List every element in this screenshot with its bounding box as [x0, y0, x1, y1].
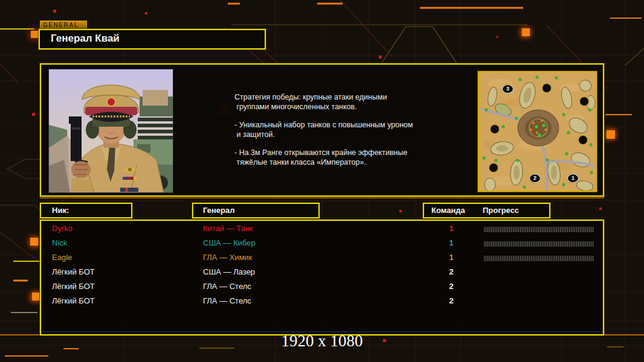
table-row: Eagle ГЛА — Химик 1 [41, 250, 603, 265]
accent-square [31, 31, 38, 38]
player-team: 2 [440, 267, 463, 276]
minimap-terrain [479, 72, 596, 191]
start-position-marker: 1 [567, 174, 579, 183]
header-team-label: Команда [431, 206, 465, 215]
player-nick: Nick [52, 238, 67, 247]
table-row: Лёгкий БОТ ГЛА — Стелс 2 [41, 294, 603, 308]
player-team: 1 [440, 253, 463, 262]
header-nick-label: Ник: [52, 206, 69, 215]
table-row: Nick США — Кибер 1 [41, 236, 603, 250]
player-general: США — Лазер [203, 267, 255, 276]
player-team: 2 [440, 296, 463, 305]
header-progress-label: Прогресс [483, 206, 519, 215]
general-info-panel: Стратегия победы: крупные атаки едиными … [40, 63, 604, 197]
strategy-description: Стратегия победы: крупные атаки едиными … [234, 92, 443, 167]
minimap: 3 2 1 [478, 71, 597, 192]
player-nick: Dyrko [52, 224, 72, 233]
table-row: Лёгкий БОТ ГЛА — Стелс 2 [41, 279, 603, 294]
page-title: Генерал Квай [51, 33, 120, 45]
resolution-label: 1920 x 1080 [0, 332, 644, 351]
header-nick: Ник: [40, 203, 132, 218]
loading-screen: GENERAL Генерал Квай [0, 0, 644, 362]
page-title-box: Генерал Квай [39, 29, 266, 49]
description-line: - На 3м Ранге открываются крайне эффекти… [234, 148, 443, 157]
player-nick: Лёгкий БОТ [52, 282, 95, 291]
player-general: США — Кибер [203, 238, 256, 247]
description-line: группами многочисленных танков. [234, 102, 443, 112]
players-rows: Dyrko Китай — Танк 1 Nick США — Кибер 1 … [41, 221, 603, 308]
player-general: ГЛА — Стелс [203, 282, 251, 291]
header-team-progress: Команда Прогресс [423, 203, 550, 218]
player-general: Китай — Танк [203, 224, 253, 233]
header-general-label: Генерал [203, 206, 234, 215]
players-table: Dyrko Китай — Танк 1 Nick США — Кибер 1 … [40, 220, 604, 335]
player-nick: Лёгкий БОТ [52, 267, 95, 276]
player-team: 1 [440, 224, 463, 233]
player-nick: Eagle [52, 253, 72, 262]
player-progress-bar [483, 226, 595, 233]
player-nick: Лёгкий БОТ [52, 296, 95, 305]
player-progress-bar [483, 240, 595, 247]
description-line: Стратегия победы: крупные атаки едиными [234, 92, 443, 102]
player-progress-bar [483, 255, 595, 262]
start-position-marker: 2 [529, 174, 541, 183]
header-general: Генерал [192, 203, 320, 218]
general-portrait-image [49, 69, 173, 192]
description-line: - Уникальный набор танков с повышенным у… [234, 120, 443, 130]
table-row: Лёгкий БОТ США — Лазер 2 [41, 265, 603, 279]
table-row: Dyrko Китай — Танк 1 [41, 221, 603, 236]
description-line: и защитой. [234, 130, 443, 139]
general-tab: GENERAL [40, 21, 87, 30]
player-team: 1 [440, 238, 463, 247]
player-general: ГЛА — Химик [203, 253, 253, 262]
general-portrait [48, 69, 173, 193]
player-general: ГЛА — Стелс [203, 296, 251, 305]
start-position-marker: 3 [502, 84, 514, 94]
description-line: тяжёлые танки класса «Император». [234, 157, 443, 167]
player-team: 2 [440, 282, 463, 291]
